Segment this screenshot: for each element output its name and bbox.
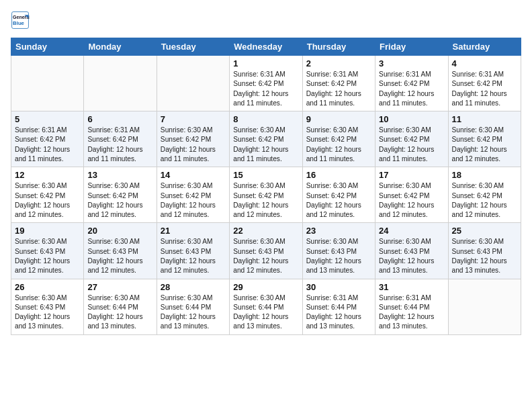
day-number: 14 — [161, 170, 226, 180]
day-number: 19 — [15, 226, 80, 236]
calendar-week-row: 1Sunrise: 6:31 AM Sunset: 6:42 PM Daylig… — [11, 56, 521, 111]
day-content: Sunrise: 6:31 AM Sunset: 6:42 PM Dayligh… — [379, 70, 444, 108]
calendar-day-cell: 24Sunrise: 6:30 AM Sunset: 6:43 PM Dayli… — [375, 223, 448, 279]
calendar-day-cell: 7Sunrise: 6:30 AM Sunset: 6:42 PM Daylig… — [157, 111, 229, 167]
calendar-day-cell: 3Sunrise: 6:31 AM Sunset: 6:42 PM Daylig… — [375, 56, 448, 111]
day-number: 7 — [161, 114, 226, 124]
day-content: Sunrise: 6:31 AM Sunset: 6:42 PM Dayligh… — [15, 126, 80, 164]
day-number: 10 — [379, 114, 444, 124]
calendar-day-cell: 10Sunrise: 6:30 AM Sunset: 6:42 PM Dayli… — [375, 111, 448, 167]
calendar-day-cell: 11Sunrise: 6:30 AM Sunset: 6:42 PM Dayli… — [448, 111, 521, 167]
calendar-week-row: 12Sunrise: 6:30 AM Sunset: 6:42 PM Dayli… — [11, 167, 521, 223]
day-content: Sunrise: 6:31 AM Sunset: 6:42 PM Dayligh… — [87, 126, 152, 164]
day-number: 17 — [379, 170, 444, 180]
calendar-day-cell: 29Sunrise: 6:30 AM Sunset: 6:44 PM Dayli… — [230, 279, 302, 334]
empty-cell — [84, 56, 157, 111]
calendar-day-cell: 16Sunrise: 6:30 AM Sunset: 6:42 PM Dayli… — [302, 167, 375, 223]
day-number: 20 — [87, 226, 152, 236]
calendar-day-cell: 19Sunrise: 6:30 AM Sunset: 6:43 PM Dayli… — [11, 223, 84, 279]
day-number: 22 — [233, 226, 298, 236]
calendar-table: SundayMondayTuesdayWednesdayThursdayFrid… — [11, 38, 521, 335]
day-content: Sunrise: 6:30 AM Sunset: 6:42 PM Dayligh… — [233, 181, 298, 220]
column-header-saturday: Saturday — [448, 38, 521, 56]
day-content: Sunrise: 6:30 AM Sunset: 6:44 PM Dayligh… — [161, 293, 226, 332]
page-header: General Blue — [11, 11, 521, 30]
day-content: Sunrise: 6:30 AM Sunset: 6:43 PM Dayligh… — [233, 237, 298, 275]
day-number: 5 — [15, 114, 80, 124]
day-number: 24 — [379, 226, 444, 236]
calendar-day-cell: 25Sunrise: 6:30 AM Sunset: 6:43 PM Dayli… — [448, 223, 521, 279]
day-number: 15 — [233, 170, 298, 180]
empty-cell — [157, 56, 229, 111]
day-number: 16 — [306, 170, 371, 180]
day-number: 11 — [452, 114, 517, 124]
day-number: 23 — [306, 226, 371, 236]
day-content: Sunrise: 6:30 AM Sunset: 6:42 PM Dayligh… — [87, 181, 152, 220]
day-number: 2 — [306, 58, 371, 68]
day-content: Sunrise: 6:30 AM Sunset: 6:42 PM Dayligh… — [15, 181, 80, 220]
day-number: 30 — [306, 282, 371, 292]
calendar-day-cell: 18Sunrise: 6:30 AM Sunset: 6:42 PM Dayli… — [448, 167, 521, 223]
day-content: Sunrise: 6:30 AM Sunset: 6:42 PM Dayligh… — [379, 181, 444, 220]
logo-icon: General Blue — [11, 11, 30, 30]
day-content: Sunrise: 6:31 AM Sunset: 6:42 PM Dayligh… — [233, 70, 298, 108]
day-number: 8 — [233, 114, 298, 124]
calendar-day-cell: 23Sunrise: 6:30 AM Sunset: 6:43 PM Dayli… — [302, 223, 375, 279]
calendar-week-row: 26Sunrise: 6:30 AM Sunset: 6:43 PM Dayli… — [11, 279, 521, 334]
day-number: 3 — [379, 58, 444, 68]
column-header-monday: Monday — [84, 38, 157, 56]
day-number: 9 — [306, 114, 371, 124]
empty-cell — [448, 279, 521, 334]
day-number: 1 — [233, 58, 298, 68]
calendar-day-cell: 6Sunrise: 6:31 AM Sunset: 6:42 PM Daylig… — [84, 111, 157, 167]
calendar-day-cell: 22Sunrise: 6:30 AM Sunset: 6:43 PM Dayli… — [230, 223, 302, 279]
calendar-day-cell: 1Sunrise: 6:31 AM Sunset: 6:42 PM Daylig… — [230, 56, 302, 111]
logo: General Blue — [11, 11, 32, 30]
day-content: Sunrise: 6:30 AM Sunset: 6:42 PM Dayligh… — [161, 181, 226, 220]
calendar-day-cell: 28Sunrise: 6:30 AM Sunset: 6:44 PM Dayli… — [157, 279, 229, 334]
day-content: Sunrise: 6:30 AM Sunset: 6:42 PM Dayligh… — [452, 126, 517, 164]
calendar-day-cell: 17Sunrise: 6:30 AM Sunset: 6:42 PM Dayli… — [375, 167, 448, 223]
day-content: Sunrise: 6:31 AM Sunset: 6:44 PM Dayligh… — [379, 293, 444, 332]
day-number: 4 — [452, 58, 517, 68]
day-content: Sunrise: 6:30 AM Sunset: 6:43 PM Dayligh… — [452, 237, 517, 275]
day-content: Sunrise: 6:30 AM Sunset: 6:44 PM Dayligh… — [87, 293, 152, 332]
empty-cell — [11, 56, 84, 111]
calendar-day-cell: 14Sunrise: 6:30 AM Sunset: 6:42 PM Dayli… — [157, 167, 229, 223]
day-content: Sunrise: 6:31 AM Sunset: 6:42 PM Dayligh… — [452, 70, 517, 108]
day-content: Sunrise: 6:30 AM Sunset: 6:43 PM Dayligh… — [87, 237, 152, 275]
calendar-header-row: SundayMondayTuesdayWednesdayThursdayFrid… — [11, 38, 521, 56]
column-header-friday: Friday — [375, 38, 448, 56]
column-header-sunday: Sunday — [11, 38, 84, 56]
day-content: Sunrise: 6:30 AM Sunset: 6:43 PM Dayligh… — [161, 237, 226, 275]
svg-text:Blue: Blue — [13, 20, 25, 26]
calendar-week-row: 19Sunrise: 6:30 AM Sunset: 6:43 PM Dayli… — [11, 223, 521, 279]
day-number: 29 — [233, 282, 298, 292]
day-content: Sunrise: 6:30 AM Sunset: 6:42 PM Dayligh… — [161, 126, 226, 164]
day-content: Sunrise: 6:31 AM Sunset: 6:44 PM Dayligh… — [306, 293, 371, 332]
day-number: 26 — [15, 282, 80, 292]
calendar-week-row: 5Sunrise: 6:31 AM Sunset: 6:42 PM Daylig… — [11, 111, 521, 167]
calendar-day-cell: 13Sunrise: 6:30 AM Sunset: 6:42 PM Dayli… — [84, 167, 157, 223]
calendar-day-cell: 20Sunrise: 6:30 AM Sunset: 6:43 PM Dayli… — [84, 223, 157, 279]
day-content: Sunrise: 6:30 AM Sunset: 6:43 PM Dayligh… — [15, 237, 80, 275]
calendar-day-cell: 30Sunrise: 6:31 AM Sunset: 6:44 PM Dayli… — [302, 279, 375, 334]
column-header-thursday: Thursday — [302, 38, 375, 56]
calendar-day-cell: 21Sunrise: 6:30 AM Sunset: 6:43 PM Dayli… — [157, 223, 229, 279]
day-content: Sunrise: 6:30 AM Sunset: 6:42 PM Dayligh… — [379, 126, 444, 164]
day-number: 12 — [15, 170, 80, 180]
day-content: Sunrise: 6:30 AM Sunset: 6:42 PM Dayligh… — [306, 181, 371, 220]
day-content: Sunrise: 6:30 AM Sunset: 6:42 PM Dayligh… — [452, 181, 517, 220]
day-content: Sunrise: 6:30 AM Sunset: 6:42 PM Dayligh… — [306, 126, 371, 164]
day-number: 25 — [452, 226, 517, 236]
day-number: 28 — [161, 282, 226, 292]
day-number: 6 — [87, 114, 152, 124]
calendar-day-cell: 4Sunrise: 6:31 AM Sunset: 6:42 PM Daylig… — [448, 56, 521, 111]
calendar-day-cell: 8Sunrise: 6:30 AM Sunset: 6:42 PM Daylig… — [230, 111, 302, 167]
day-content: Sunrise: 6:30 AM Sunset: 6:44 PM Dayligh… — [233, 293, 298, 332]
column-header-tuesday: Tuesday — [157, 38, 229, 56]
calendar-day-cell: 26Sunrise: 6:30 AM Sunset: 6:43 PM Dayli… — [11, 279, 84, 334]
day-number: 27 — [87, 282, 152, 292]
calendar-day-cell: 9Sunrise: 6:30 AM Sunset: 6:42 PM Daylig… — [302, 111, 375, 167]
calendar-day-cell: 5Sunrise: 6:31 AM Sunset: 6:42 PM Daylig… — [11, 111, 84, 167]
